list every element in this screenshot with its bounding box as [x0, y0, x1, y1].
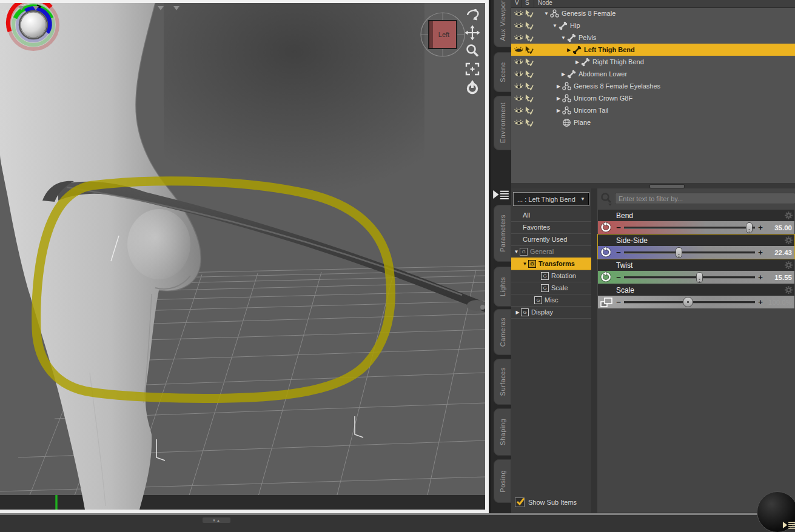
expander-icon[interactable]: ▶	[555, 108, 562, 113]
selectable-icon[interactable]	[525, 46, 534, 54]
scene-tree-row[interactable]: ▼Genesis 8 Female	[511, 7, 795, 19]
tab-lights[interactable]: Lights	[494, 267, 511, 307]
frame-icon[interactable]	[465, 61, 480, 77]
zoom-icon[interactable]	[465, 43, 480, 59]
scene-tree-row[interactable]: ▼Pelvis	[511, 32, 795, 44]
expander-icon[interactable]: ▶	[555, 96, 562, 101]
selectable-icon[interactable]	[525, 58, 534, 66]
expander-icon[interactable]: ▶	[560, 71, 566, 77]
param-group-currently-used[interactable]: Currently Used	[511, 233, 591, 246]
expander-icon[interactable]: ▶	[555, 84, 562, 89]
selectable-icon[interactable]	[525, 82, 534, 90]
visibility-icon[interactable]	[514, 10, 523, 18]
tab-scene[interactable]: Scene	[494, 52, 511, 92]
tab-surfaces[interactable]: Surfaces	[494, 359, 511, 405]
slider-track[interactable]	[624, 276, 755, 279]
visibility-icon[interactable]	[514, 46, 523, 54]
increment-button[interactable]: +	[757, 247, 764, 258]
slider-handle[interactable]	[683, 297, 693, 307]
panel-splitter[interactable]	[511, 183, 795, 188]
bone-icon	[559, 21, 568, 30]
tab-aux-viewport[interactable]: Aux Viewport	[494, 0, 511, 47]
node-selector-dropdown[interactable]: ... : Left Thigh Bend ▼	[513, 192, 589, 206]
gear-icon[interactable]	[784, 285, 793, 294]
param-group-general[interactable]: ▼GGeneral	[511, 245, 591, 258]
param-group-favorites[interactable]: Favorites	[511, 221, 591, 234]
selectable-icon[interactable]	[525, 34, 534, 42]
tab-label: Shaping	[499, 419, 506, 445]
show-sub-items-checkbox[interactable]: Show Sub Items	[515, 497, 577, 507]
parameter-block-twist: Twist−+15.55	[598, 259, 794, 284]
param-group-transforms[interactable]: ▼GTransforms	[511, 258, 591, 270]
expander-icon[interactable]: ▼	[560, 35, 566, 41]
expander-icon[interactable]: ▶	[514, 310, 521, 315]
pan-icon[interactable]	[465, 25, 480, 41]
group-label: Currently Used	[523, 236, 567, 243]
param-group-all[interactable]: All	[511, 209, 591, 222]
increment-button[interactable]: +	[757, 272, 764, 283]
increment-button[interactable]: +	[757, 297, 764, 308]
3d-viewport[interactable]: : 1	[0, 0, 489, 513]
tab-cameras[interactable]: Cameras	[494, 309, 511, 355]
visibility-icon[interactable]	[514, 70, 523, 78]
decrement-button[interactable]: −	[615, 297, 622, 308]
scene-tree-row[interactable]: ▶Unicorn Tail	[511, 104, 795, 116]
selectable-icon[interactable]	[525, 107, 534, 115]
slider-track[interactable]	[624, 227, 755, 229]
visibility-icon[interactable]	[514, 34, 523, 42]
decrement-button[interactable]: −	[615, 222, 622, 233]
visibility-icon[interactable]	[514, 107, 523, 115]
scene-tree-row[interactable]: ▶Left Thigh Bend	[511, 44, 795, 56]
orbit-icon[interactable]	[465, 7, 480, 22]
trackball-gizmo[interactable]	[2, 3, 67, 59]
expander-icon[interactable]: ▶	[574, 59, 580, 65]
visibility-icon[interactable]	[514, 82, 523, 90]
visibility-icon[interactable]	[514, 119, 523, 127]
decrement-button[interactable]: −	[615, 247, 622, 258]
gear-icon[interactable]	[784, 211, 793, 220]
scene-tree-row[interactable]: ▶Abdomen Lower	[511, 68, 795, 80]
filter-input[interactable]	[615, 193, 795, 204]
slider-track[interactable]	[624, 301, 755, 304]
gear-icon[interactable]	[784, 261, 793, 270]
param-group-misc[interactable]: GMisc	[511, 294, 591, 307]
visibility-icon[interactable]	[514, 22, 523, 30]
pane-menu-icon[interactable]	[492, 185, 509, 204]
tab-parameters[interactable]: Parameters	[494, 205, 511, 262]
gear-icon[interactable]	[784, 236, 793, 245]
param-group-rotation[interactable]: GRotation	[511, 270, 591, 282]
param-group-display[interactable]: ▶GDisplay	[511, 306, 591, 319]
visibility-icon[interactable]	[514, 95, 523, 102]
expander-icon[interactable]: ▼	[522, 261, 528, 267]
expander-icon[interactable]: ▼	[513, 249, 520, 254]
search-icon[interactable]	[599, 191, 614, 206]
scene-tree-row[interactable]: ▶Right Thigh Bend	[511, 56, 795, 68]
param-group-scale[interactable]: GScale	[511, 282, 591, 294]
selectable-icon[interactable]	[525, 10, 534, 18]
tab-posing[interactable]: Posing	[494, 459, 511, 503]
selectable-icon[interactable]	[525, 22, 534, 30]
decrement-button[interactable]: −	[615, 272, 622, 283]
increment-button[interactable]: +	[757, 222, 764, 233]
tab-shaping[interactable]: Shaping	[494, 408, 511, 456]
scene-tree-row[interactable]: Plane	[511, 116, 795, 128]
expander-icon[interactable]: ▶	[566, 47, 572, 53]
collapse-handle[interactable]: ▼▲	[203, 517, 230, 523]
origin-icon[interactable]	[465, 79, 480, 95]
scene-tree-row[interactable]: ▼Hip	[511, 19, 795, 32]
scene-tree-row[interactable]: ▶Unicorn Crown G8F	[511, 92, 795, 104]
slider-handle[interactable]	[746, 222, 753, 233]
expander-icon[interactable]: ▼	[543, 11, 549, 16]
selectable-icon[interactable]	[525, 70, 534, 78]
tab-environment[interactable]: Environment	[494, 96, 511, 150]
selectable-icon[interactable]	[525, 95, 534, 102]
selectable-icon[interactable]	[525, 119, 534, 127]
expander-icon[interactable]: ▼	[552, 23, 558, 28]
view-orientation-gizmo[interactable]: Left	[420, 12, 466, 58]
slider-handle[interactable]	[696, 272, 703, 283]
corner-menu-icon[interactable]	[782, 520, 795, 530]
scene-tree-row[interactable]: ▶Genesis 8 Female Eyelashes	[511, 80, 795, 92]
slider-handle[interactable]	[676, 247, 682, 258]
visibility-icon[interactable]	[514, 58, 523, 66]
slider-track[interactable]	[624, 251, 755, 254]
